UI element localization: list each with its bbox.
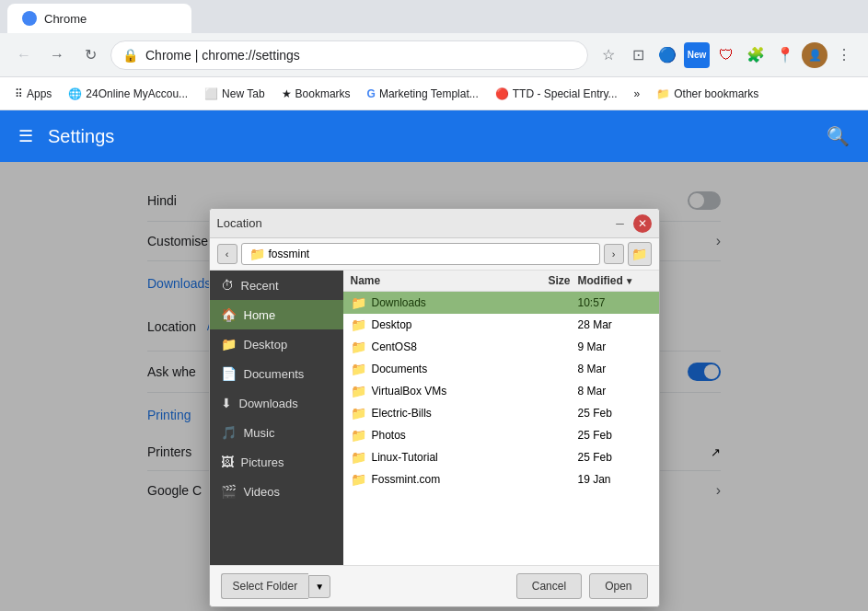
col-size-header: Size [514,274,578,287]
dialog-footer: Select Folder ▼ Cancel Open [210,565,659,606]
dialog-nav: ‹ 📁 fossmint › 📁 [210,238,659,271]
file-date: 9 Mar [578,340,652,353]
lock-icon: 🔒 [122,48,138,63]
bookmark-other[interactable]: 📁 Other bookmarks [649,84,766,104]
shield-icon[interactable]: 🛡 [713,42,739,68]
file-folder-icon: 📁 [351,362,366,376]
hamburger-icon[interactable]: ☰ [18,126,33,146]
star-icon[interactable]: ☆ [596,42,621,68]
sidebar-item-desktop[interactable]: 📁Desktop [210,329,343,359]
file-row[interactable]: 📁 CentOS8 9 Mar [343,336,659,358]
address-bar: ← → ↻ 🔒 Chrome | chrome://settings ☆ ⊡ 🔵… [0,33,868,77]
sidebar-icon-videos: 🎬 [221,484,237,499]
nav-back-button[interactable]: ‹ [217,244,237,264]
nav-new-folder-button[interactable]: 📁 [628,242,652,266]
file-row[interactable]: 📁 Downloads 10:57 [343,292,659,314]
nav-location-text: fossmint [269,248,310,260]
file-row[interactable]: 📁 Fossmint.com 19 Jan [343,468,659,490]
bookmark-24online[interactable]: 🌐 24Online MyAccou... [61,84,195,104]
select-folder-dropdown-button[interactable]: ▼ [308,575,330,598]
sidebar-icon-music: 🎵 [221,425,237,440]
extension-icon[interactable]: 🔵 [654,42,680,68]
bookmarks-bar: ⠿ Apps 🌐 24Online MyAccou... ⬜ New Tab ★… [0,77,868,110]
file-name: Electric-Bills [372,407,514,420]
url-text: Chrome | chrome://settings [145,48,300,63]
open-button[interactable]: Open [589,573,647,599]
file-name: Fossmint.com [372,473,514,486]
toolbar-icons: ☆ ⊡ 🔵 New 🛡 🧩 📍 👤 ⋮ [596,42,857,68]
nav-forward-button[interactable]: › [604,244,624,264]
sidebar-icon-recent: ⏱ [221,278,234,293]
file-name: Linux-Tutorial [372,451,514,464]
file-folder-icon: 📁 [351,384,366,398]
page-title: Settings [48,126,114,147]
sidebar-item-recent[interactable]: ⏱Recent [210,271,343,300]
settings-header: ☰ Settings 🔍 [0,110,868,162]
apps-grid-icon: ⠿ [15,87,23,100]
sidebar-item-pictures[interactable]: 🖼Pictures [210,447,343,477]
col-name-header: Name [351,274,514,287]
file-date: 28 Mar [578,318,652,331]
bookmark-apps[interactable]: ⠿ Apps [7,84,59,104]
sidebar-item-music[interactable]: 🎵Music [210,418,343,447]
file-row[interactable]: 📁 Electric-Bills 25 Feb [343,402,659,424]
dialog-body: ⏱Recent🏠Home📁Desktop📄Documents⬇Downloads… [210,271,659,565]
file-folder-icon: 📁 [351,340,366,354]
forward-button[interactable]: → [44,42,70,68]
dialog-title: Location [217,216,262,230]
dialog-sidebar: ⏱Recent🏠Home📁Desktop📄Documents⬇Downloads… [210,271,343,565]
back-button[interactable]: ← [11,42,37,68]
reload-button[interactable]: ↻ [77,42,103,68]
sort-arrow-icon: ▼ [625,276,634,286]
dialog-close-button[interactable]: ✕ [633,214,652,233]
profile-avatar[interactable]: 👤 [802,42,827,68]
cancel-button[interactable]: Cancel [516,573,582,599]
sidebar-icon-desktop: 📁 [221,337,237,352]
select-folder-group: Select Folder ▼ [221,573,331,599]
file-folder-icon: 📁 [351,295,366,310]
puzzle-icon[interactable]: 🧩 [743,42,769,68]
tab-favicon [22,11,37,26]
bookmark-newtab[interactable]: ⬜ New Tab [197,84,272,104]
bookmark-more[interactable]: » [627,84,648,104]
select-folder-button[interactable]: Select Folder [221,573,309,599]
file-folder-icon: 📁 [351,406,366,421]
file-row[interactable]: 📁 VirtualBox VMs 8 Mar [343,380,659,402]
file-folder-icon: 📁 [351,472,366,487]
search-icon[interactable]: 🔍 [827,125,850,147]
url-bar[interactable]: 🔒 Chrome | chrome://settings [110,40,588,70]
sidebar-icon-home: 🏠 [221,307,237,322]
sidebar-item-videos[interactable]: 🎬Videos [210,477,343,506]
more-menu-icon[interactable]: ⋮ [831,42,857,68]
bookmark-ttd[interactable]: 🔴 TTD - Special Entry... [488,84,625,104]
file-row[interactable]: 📁 Documents 8 Mar [343,358,659,380]
active-tab[interactable]: Chrome [7,4,191,33]
folder-bm-icon: 📁 [656,87,670,100]
file-name: CentOS8 [372,340,514,353]
file-row[interactable]: 📁 Desktop 28 Mar [343,314,659,336]
settings-content: Hindi Customise spell check › Downloads … [0,162,868,611]
file-date: 8 Mar [578,385,652,398]
file-date: 10:57 [578,296,652,309]
location-pin-icon[interactable]: 📍 [772,42,798,68]
url-site: Chrome | chrome://settings [145,48,300,63]
new-icon[interactable]: New [684,42,710,68]
sidebar-item-downloads[interactable]: ⬇Downloads [210,388,343,418]
bookmark-bookmarks[interactable]: ★ Bookmarks [274,84,358,104]
bookmark-google[interactable]: G Marketing Templat... [360,84,486,104]
file-folder-icon: 📁 [351,317,366,332]
dialog-location-bar: 📁 fossmint [241,243,600,265]
file-date: 25 Feb [578,407,652,420]
file-name: VirtualBox VMs [372,385,514,398]
col-modified-header[interactable]: Modified ▼ [578,274,652,287]
file-row[interactable]: 📁 Photos 25 Feb [343,424,659,446]
tab-search-icon[interactable]: ⊡ [625,42,651,68]
dialog-minimize-button[interactable]: ─ [611,214,630,233]
file-row[interactable]: 📁 Linux-Tutorial 25 Feb [343,446,659,468]
globe-icon: 🌐 [68,87,82,100]
sidebar-item-documents[interactable]: 📄Documents [210,359,343,388]
sidebar-item-home[interactable]: 🏠Home [210,300,343,329]
dialog-action-buttons: Cancel Open [516,573,648,599]
file-name: Photos [372,429,514,442]
tab-bar: Chrome [0,0,868,33]
